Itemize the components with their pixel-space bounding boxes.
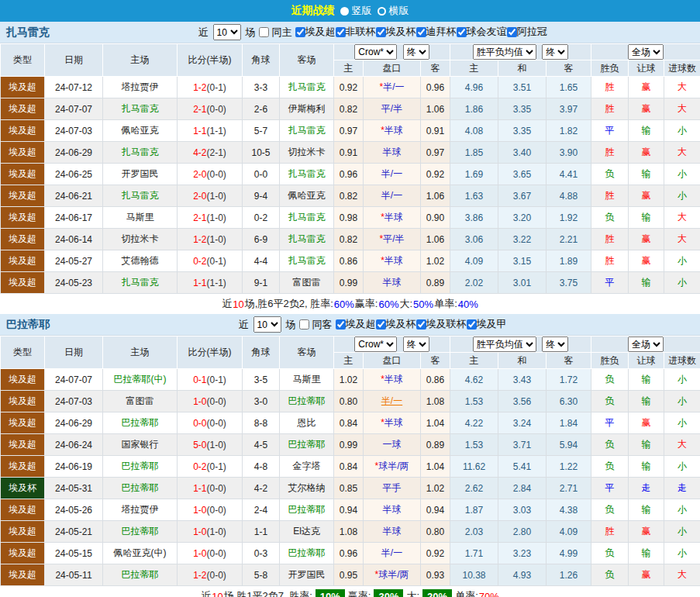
- league-checkbox[interactable]: [416, 27, 426, 37]
- home-odds: 0.84: [334, 412, 364, 434]
- avg-source-select[interactable]: 胜平负均值: [473, 336, 536, 352]
- result-outcome: 负: [591, 369, 629, 391]
- away-team: 马斯里: [280, 369, 334, 391]
- result-outcome: 胜: [591, 250, 629, 272]
- avg-final-select[interactable]: 终: [542, 44, 568, 60]
- handicap-cell: 平手: [364, 478, 421, 499]
- result-goals: 小: [664, 164, 700, 185]
- summary-text: 单率:: [455, 589, 478, 597]
- same-venue-checkbox[interactable]: [259, 27, 269, 37]
- league-type-cell: 埃及超: [1, 207, 45, 229]
- handicap-value: 半/一: [381, 190, 402, 201]
- avg-away-odds: 4.38: [547, 499, 591, 521]
- avg-home-odds: 2.02: [450, 272, 498, 294]
- half-score: (0-0): [207, 418, 226, 429]
- full-score: 1-0: [193, 548, 206, 559]
- odds-final-select[interactable]: 终: [403, 336, 429, 352]
- avg-away-odds: 6.30: [547, 391, 591, 412]
- result-handicap: 赢: [629, 142, 664, 164]
- match-count-select[interactable]: 10: [253, 316, 281, 333]
- home-odds: 0.99: [334, 434, 364, 456]
- full-score: 1-1: [193, 278, 206, 288]
- league-checkbox[interactable]: [376, 27, 386, 37]
- result-goals: 大: [664, 98, 700, 120]
- avg-home-odds: 4.62: [450, 369, 498, 391]
- avg-away-odds: 3.75: [547, 272, 591, 294]
- result-goals: 小: [664, 456, 700, 478]
- avg-source-select[interactable]: 胜平负均值: [473, 44, 536, 60]
- league-filters: 埃及超非联杯埃及杯迪拜杯球会友谊阿拉冠: [295, 25, 547, 40]
- league-filter: 埃及联杯: [416, 317, 467, 331]
- result-outcome: 平: [591, 272, 629, 294]
- result-outcome: 平: [591, 412, 629, 434]
- summary-text: 赢率:: [348, 589, 371, 597]
- result-goals: 小: [664, 521, 700, 543]
- handicap-cell: *半球: [364, 369, 421, 391]
- match-row: 埃及超24-06-24国家银行5-0(1-0)4-5巴拉蒂耶0.99一球0.89…: [1, 434, 700, 456]
- avg-away-odds: 4.41: [547, 164, 591, 185]
- summary-text: 60%: [334, 298, 354, 310]
- avg-away-odds: 3.97: [547, 98, 591, 120]
- match-row: 埃及超24-06-14切拉米卡1-2(1-0)6-9扎马雷克0.82*平/半1.…: [1, 229, 700, 250]
- match-count-select[interactable]: 10: [213, 24, 241, 40]
- full-score: 1-2: [193, 570, 206, 581]
- home-odds: 0.94: [334, 499, 364, 521]
- top-title-bar: 近期战绩 竖版 横版: [0, 0, 700, 22]
- avg-draw-odds: 3.03: [498, 499, 547, 521]
- match-row: 埃及超24-07-03佩哈亚克1-1(1-1)5-7扎马雷克0.97*半球0.9…: [1, 120, 700, 142]
- avg-final-select[interactable]: 终: [542, 336, 568, 352]
- radio-selected-icon: [340, 7, 349, 16]
- odds-source-select[interactable]: Crow*: [354, 336, 397, 352]
- half-score: (0-1): [207, 374, 226, 385]
- col-header-home: 主场: [103, 44, 178, 77]
- avg-draw-odds: 3.15: [498, 250, 547, 272]
- handicap-cell: 半/一: [364, 543, 421, 564]
- scope-select[interactable]: 全场: [628, 44, 664, 60]
- result-outcome: 胜: [591, 521, 629, 543]
- league-type-cell: 埃及超: [1, 98, 45, 120]
- half-score: (1-1): [207, 126, 226, 136]
- half-score: (0-1): [207, 82, 226, 93]
- league-checkbox[interactable]: [467, 319, 477, 330]
- score-cell: 5-0(1-0): [178, 434, 243, 456]
- match-date: 24-05-26: [45, 499, 103, 521]
- league-checkbox[interactable]: [295, 27, 305, 37]
- odds-source-select[interactable]: Crow*: [354, 44, 397, 60]
- avg-away-odds: 1.65: [547, 77, 591, 98]
- col-header-away: 客场: [280, 44, 334, 77]
- home-odds: 0.84: [334, 456, 364, 478]
- away-odds: 0.91: [421, 120, 450, 142]
- stat-badge: 20%: [422, 589, 452, 597]
- league-checkbox[interactable]: [336, 27, 346, 37]
- summary-text: 10: [233, 298, 243, 310]
- layout-option-horizontal[interactable]: 横版: [378, 4, 409, 18]
- away-team: 恩比: [280, 412, 334, 434]
- handicap-cell: *平/半: [364, 229, 421, 250]
- sub-header-odds-home: 主: [334, 60, 364, 77]
- col-header-type: 类型: [1, 336, 45, 369]
- league-checkbox[interactable]: [457, 27, 467, 37]
- same-venue-checkbox[interactable]: [299, 319, 309, 330]
- team-name: 扎马雷克: [6, 26, 50, 40]
- layout-option-vertical[interactable]: 竖版: [340, 4, 372, 18]
- score-cell: 1-1(1-1): [178, 120, 243, 142]
- away-team: 扎马雷克: [280, 207, 334, 229]
- corners: 0-3: [243, 543, 280, 564]
- col-header-home: 主场: [103, 336, 178, 369]
- result-goals: 小: [664, 412, 700, 434]
- league-checkbox[interactable]: [416, 319, 426, 330]
- avg-home-odds: 3.06: [450, 229, 498, 250]
- score-cell: 4-2(2-1): [178, 142, 243, 164]
- match-row: 埃及超24-06-29巴拉蒂耶0-0(0-0)8-8恩比0.84*半球1.044…: [1, 412, 700, 434]
- match-date: 24-06-25: [45, 164, 103, 185]
- league-type-cell: 埃及超: [1, 142, 45, 164]
- home-team: 塔拉贾伊: [103, 77, 178, 98]
- away-odds: 1.06: [421, 229, 450, 250]
- odds-final-select[interactable]: 终: [403, 44, 429, 60]
- scope-select[interactable]: 全场: [628, 336, 664, 352]
- score-cell: 1-2(1-0): [178, 229, 243, 250]
- avg-home-odds: 4.09: [450, 250, 498, 272]
- league-checkbox[interactable]: [507, 27, 517, 37]
- league-checkbox[interactable]: [336, 319, 346, 330]
- league-checkbox[interactable]: [376, 319, 386, 330]
